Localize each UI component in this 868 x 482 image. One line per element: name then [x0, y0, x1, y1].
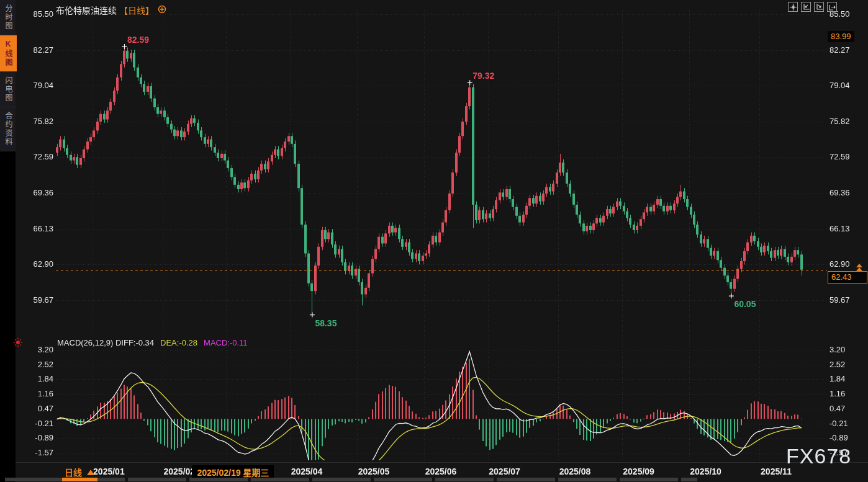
- macd-alert-icon[interactable]: [13, 337, 23, 350]
- date-axis-label: 2025/07: [489, 466, 520, 476]
- date-axis-label: 2025/05: [358, 466, 390, 476]
- symbol-title: 布伦特原油连续: [56, 4, 117, 16]
- axis-scale-left-icon[interactable]: [801, 2, 811, 12]
- date-axis-label: 2025/04: [291, 466, 323, 476]
- macd-header: MACD(26,12,9) DIFF:-0.34 DEA:-0.28 MACD:…: [57, 338, 248, 347]
- macd-axis-label: -0.21: [16, 419, 53, 428]
- price-up-arrow-icon: [856, 267, 862, 271]
- price-axis-label: 69.36: [16, 188, 53, 197]
- macd-macd-label: MACD:-0.11: [204, 338, 248, 347]
- low-annotation: 60.05: [734, 299, 756, 309]
- price-axis-label: 82.27: [16, 45, 53, 55]
- sidebar-tab[interactable]: 合约资料: [0, 107, 17, 151]
- price-axis-label: 82.27: [830, 45, 867, 55]
- history-scrollbar-track[interactable]: [5, 478, 697, 481]
- high-annotation: 82.59: [127, 35, 149, 45]
- period-selector-label: 日线: [65, 466, 82, 478]
- date-axis-label: 2025/11: [761, 466, 792, 476]
- low-annotation: 58.35: [315, 318, 337, 328]
- chart-canvas[interactable]: [0, 0, 868, 482]
- history-scrollbar-thumb[interactable]: [62, 478, 97, 481]
- sidebar: 分时图K线图闪电图合约资料: [0, 0, 16, 482]
- macd-axis-label: -1.57: [16, 448, 53, 457]
- price-axis-label: 79.04: [16, 81, 53, 90]
- price-axis-label: 72.59: [16, 152, 53, 161]
- date-axis-label: 2025/10: [690, 466, 721, 476]
- price-axis-label: 59.67: [830, 295, 867, 305]
- price-axis-label: 66.13: [830, 224, 867, 233]
- date-axis-label: 2025/09: [623, 466, 654, 476]
- macd-axis-label: 2.52: [830, 360, 867, 369]
- sidebar-tab[interactable]: 闪电图: [0, 72, 17, 107]
- macd-axis-label: 1.84: [16, 374, 53, 383]
- chart-toolbar: [788, 2, 837, 12]
- price-axis-label: 69.36: [830, 188, 867, 197]
- macd-axis-label: 0.47: [830, 404, 867, 413]
- period-selector[interactable]: 日线: [65, 466, 94, 478]
- price-axis-label: 85.50: [16, 9, 53, 19]
- triangle-up-icon: [87, 470, 94, 475]
- session-high-marker: 83.99: [828, 31, 854, 42]
- export-icon[interactable]: [827, 2, 837, 12]
- period-tag: 【日线】: [119, 4, 154, 16]
- price-axis-label: 75.82: [16, 117, 53, 126]
- current-price-box: 62.43: [828, 271, 867, 283]
- sidebar-tab[interactable]: K线图: [0, 35, 17, 72]
- date-axis-label: 2025/02: [163, 466, 195, 476]
- sidebar-tab[interactable]: 分时图: [0, 0, 17, 35]
- crosshair-icon[interactable]: [788, 2, 798, 12]
- price-axis-label: 62.90: [16, 259, 53, 269]
- macd-axis-label: 3.20: [830, 345, 867, 354]
- macd-axis-label: 2.52: [16, 360, 53, 369]
- chart-header: 布伦特原油连续 【日线】: [56, 4, 166, 16]
- kline-app: 分时图K线图闪电图合约资料 布伦特原油连续 【日线】 85.5085.5082.…: [0, 0, 868, 482]
- macd-axis-label: 1.84: [830, 374, 867, 383]
- date-axis: 2025/012025/022025/042025/052025/062025/…: [0, 463, 868, 478]
- price-axis-label: 59.67: [16, 295, 53, 305]
- price-axis-label: 75.82: [830, 117, 867, 126]
- macd-axis-label: -0.21: [830, 419, 867, 428]
- indicator-settings-icon[interactable]: [158, 5, 166, 16]
- macd-dea-label: DEA:-0.28: [160, 338, 197, 347]
- high-annotation: 79.32: [472, 71, 494, 81]
- date-axis-label: 2025/01: [93, 466, 125, 476]
- macd-axis-label: 0.47: [16, 404, 53, 413]
- macd-axis-label: 1.16: [830, 389, 867, 398]
- macd-axis-label: -0.89: [16, 433, 53, 442]
- macd-axis-label: -0.89: [830, 433, 867, 442]
- axis-scale-right-icon[interactable]: [814, 2, 824, 12]
- macd-axis-label: 1.16: [16, 389, 53, 398]
- macd-params-label: MACD(26,12,9) DIFF:-0.34: [57, 338, 154, 347]
- date-axis-label: 2025/06: [425, 466, 457, 476]
- price-axis-label: 79.04: [830, 81, 867, 90]
- price-axis-label: 66.13: [16, 224, 53, 233]
- date-axis-label: 2025/08: [559, 466, 591, 476]
- price-axis-label: 72.59: [830, 152, 867, 161]
